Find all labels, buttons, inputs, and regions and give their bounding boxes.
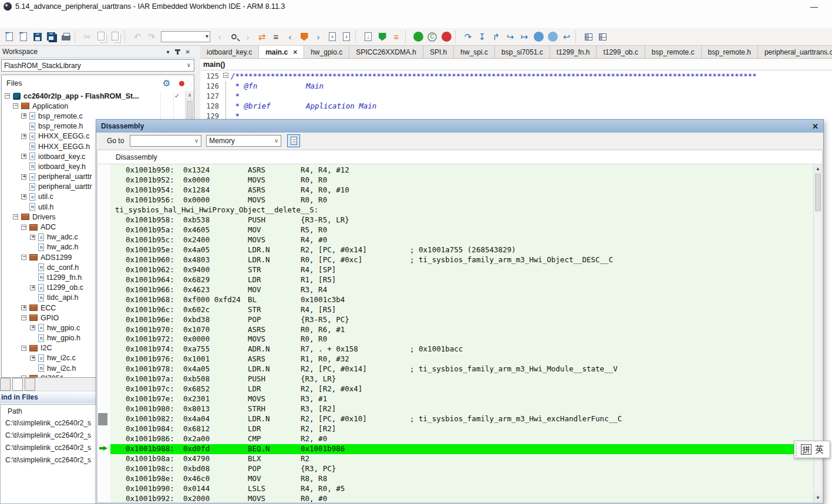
expand-toggle-icon[interactable] bbox=[21, 174, 26, 180]
editor-tab[interactable]: t1299_ob.c × bbox=[597, 46, 645, 58]
copy-button[interactable] bbox=[95, 30, 109, 44]
disassembly-line[interactable]: 0x1001b982: 0x4a04 LDR.N R2, [PC, #0x10]… bbox=[110, 414, 813, 424]
expand-toggle-icon[interactable] bbox=[5, 93, 10, 99]
expand-toggle-icon[interactable] bbox=[30, 356, 35, 361]
toolbar-button[interactable] bbox=[124, 31, 129, 43]
expand-toggle-icon[interactable] bbox=[13, 103, 18, 109]
expand-toggle-icon[interactable] bbox=[13, 214, 18, 219]
expand-toggle-icon[interactable] bbox=[21, 113, 26, 119]
disassembly-line[interactable]: 0x1001b966: 0x4623 MOV R3, R4 bbox=[110, 285, 813, 295]
disassembly-line[interactable]: 0x1001b960: 0x4803 LDR.N R0, [PC, #0xc] … bbox=[110, 255, 813, 265]
workspace-tab[interactable] bbox=[12, 378, 23, 391]
stop-build-button[interactable]: × bbox=[439, 30, 453, 44]
bookmark-button[interactable] bbox=[297, 30, 311, 44]
scroll-thumb[interactable] bbox=[815, 174, 821, 211]
disassembly-line[interactable]: 0x1001b968: 0xf000 0xfd24 BL 0x1001c3b4 bbox=[110, 295, 813, 305]
toolbar-button[interactable] bbox=[405, 31, 409, 43]
expand-toggle-icon[interactable] bbox=[21, 255, 26, 260]
code-line[interactable]: 128 − * @brief Application Main bbox=[200, 101, 832, 111]
new-document-button[interactable] bbox=[2, 30, 16, 44]
editor-tab[interactable]: peripheral_uarttrans.c × bbox=[758, 46, 832, 58]
disassembly-line[interactable]: 0x1001b95e: 0x4a05 LDR.N R2, [PC, #0x14]… bbox=[110, 245, 813, 255]
run-to-cursor-button[interactable]: ↦ bbox=[517, 30, 531, 44]
nav-back-button[interactable]: ‹ bbox=[213, 30, 227, 44]
redo-button[interactable]: ↷ bbox=[144, 30, 159, 44]
scroll-up-icon[interactable]: ▲ bbox=[814, 164, 822, 173]
menu-ti-xds[interactable] bbox=[65, 18, 75, 23]
prev-bookmark-button[interactable]: ‹ bbox=[283, 30, 297, 44]
next-bookmark-button[interactable]: › bbox=[311, 30, 325, 44]
print-button[interactable] bbox=[59, 30, 73, 44]
context-combo[interactable]: Memory bbox=[206, 135, 281, 147]
drag-handle-icon[interactable] bbox=[796, 443, 799, 456]
disassembly-line[interactable]: 0x1001b976: 0x1001 ASRS R1, R0, #32 bbox=[110, 354, 813, 364]
expand-toggle-icon[interactable] bbox=[30, 235, 35, 240]
memory-window-button[interactable] bbox=[581, 30, 595, 44]
menu-edit[interactable] bbox=[12, 18, 22, 23]
disassembly-line[interactable]: 0x1001b980: 0x8013 STRH R3, [R2] bbox=[110, 404, 813, 414]
menu-file[interactable] bbox=[1, 18, 12, 23]
close-icon[interactable]: ✕ bbox=[183, 49, 193, 55]
nav-forward-button[interactable]: › bbox=[241, 30, 255, 44]
download-debug-button[interactable]: ↓ bbox=[375, 30, 389, 44]
disassembly-line[interactable]: 0x1001b992: 0x2000 MOVS R0, #0 bbox=[110, 494, 813, 502]
code-line[interactable]: 127 − * bbox=[200, 91, 832, 101]
step-into-button[interactable]: ↧ bbox=[475, 30, 489, 44]
disassembly-line[interactable]: 0x1001b98e: 0x46c0 MOV R8, R8 bbox=[110, 474, 813, 484]
ime-english-toggle[interactable]: 英 bbox=[815, 444, 824, 455]
expand-toggle-icon[interactable] bbox=[21, 305, 26, 310]
disassembly-gutter[interactable] bbox=[97, 164, 110, 502]
goto-address-combo[interactable] bbox=[130, 135, 201, 147]
menu-window[interactable] bbox=[96, 18, 107, 23]
editor-tab[interactable]: iotboard_key.c × bbox=[200, 46, 259, 58]
prev-doc-button[interactable]: ‹ bbox=[325, 30, 339, 44]
menu-ti-rtos[interactable] bbox=[75, 18, 86, 23]
disassembly-line[interactable]: 0x1001b990: 0x0144 LSLS R4, R0, #5 bbox=[110, 484, 813, 494]
menu-help[interactable] bbox=[107, 18, 117, 23]
disassembly-line[interactable]: 0x1001b962: 0x9400 STR R4, [SP] bbox=[110, 265, 813, 275]
editor-tab[interactable]: t1299_fn.h × bbox=[550, 46, 597, 58]
minimize-button[interactable]: — bbox=[810, 2, 818, 11]
disassembly-line[interactable]: 0x1001b98c: 0xbd08 POP {R3, PC} bbox=[110, 464, 813, 474]
menu-tools[interactable] bbox=[86, 18, 96, 23]
paste-button[interactable] bbox=[109, 30, 123, 44]
ime-pinyin-toggle[interactable]: 拼 bbox=[801, 444, 811, 455]
editor-tab[interactable]: hw_spi.c × bbox=[454, 46, 495, 58]
editor-tab[interactable]: bsp_remote.c × bbox=[645, 46, 702, 58]
pin-icon[interactable] bbox=[177, 49, 178, 55]
disassembly-line[interactable]: 0x1001b954: 0x1284 ASRS R4, R0, #10 bbox=[110, 185, 813, 195]
disassembly-line[interactable]: 0x1001b97e: 0x2301 MOVS R3, #1 bbox=[110, 394, 813, 404]
editor-tab[interactable]: SPICC26XXDMA.h × bbox=[349, 46, 423, 58]
editor-tab[interactable]: hw_gpio.c × bbox=[304, 46, 349, 58]
disassembly-line[interactable]: 0x1001b95a: 0x4605 MOV R5, R0 bbox=[110, 225, 813, 235]
disassembly-line[interactable]: 0x1001b988: 0xd0fd BEQ.N 0x1001b986 bbox=[110, 444, 813, 454]
scroll-up-icon[interactable]: ∧ bbox=[186, 91, 194, 100]
menu-debug[interactable] bbox=[43, 18, 54, 23]
next-doc-button[interactable]: › bbox=[339, 30, 353, 44]
disassembly-line[interactable]: 0x1001b984: 0x6812 LDR R2, [R2] bbox=[110, 424, 813, 434]
code-line[interactable]: 126 − * @fn Main bbox=[200, 81, 832, 91]
editor-tab[interactable]: main.c × bbox=[259, 46, 304, 58]
editor-tab[interactable]: SPI.h × bbox=[423, 46, 454, 58]
chevron-down-icon[interactable]: ▾ bbox=[164, 49, 173, 55]
disassembly-line[interactable]: 0x1001b96e: 0xbd38 POP {R3-R5, PC} bbox=[110, 315, 813, 325]
expand-toggle-icon[interactable] bbox=[21, 134, 26, 139]
swap-view-button[interactable]: ⇄ bbox=[255, 30, 269, 44]
save-all-button[interactable] bbox=[45, 30, 59, 44]
find-button[interactable] bbox=[227, 30, 241, 44]
disassembly-line[interactable]: ti_sysbios_hal_Hwi_HwiProxy_Object__dele… bbox=[110, 205, 813, 215]
step-out-button[interactable]: ↱ bbox=[489, 30, 503, 44]
go-button[interactable]: ▶ bbox=[531, 30, 545, 44]
editor-tab[interactable]: bsp_si7051.c × bbox=[495, 46, 550, 58]
toolbar-button[interactable] bbox=[75, 31, 79, 43]
expand-toggle-icon[interactable] bbox=[21, 225, 26, 230]
disassembly-line[interactable]: 0x1001b956: 0x0000 MOVS R0, R0 bbox=[110, 195, 813, 205]
expand-toggle-icon[interactable] bbox=[21, 154, 26, 159]
disassembly-line[interactable]: 0x1001b964: 0x6829 LDR R1, [R5] bbox=[110, 275, 813, 285]
expand-toggle-icon[interactable] bbox=[21, 346, 26, 351]
close-tab-icon[interactable]: × bbox=[293, 48, 297, 56]
disassembly-line[interactable]: 0x1001b97c: 0x6852 LDR R2, [R2, #0x4] bbox=[110, 384, 813, 394]
disassembly-line[interactable]: 0x1001b98a: 0x4790 BLX R2 bbox=[110, 454, 813, 464]
disassembly-line[interactable]: 0x1001b97a: 0xb508 PUSH {R3, LR} bbox=[110, 374, 813, 384]
configuration-select[interactable]: FlashROM_StackLibrary bbox=[1, 59, 194, 72]
